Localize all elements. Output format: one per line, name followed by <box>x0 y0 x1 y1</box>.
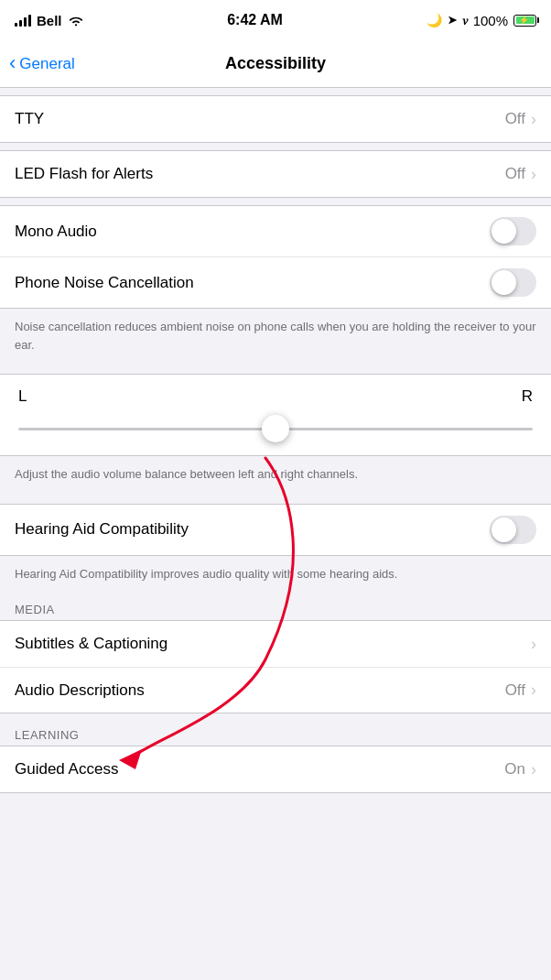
hearing-aid-group: Hearing Aid Compatibility <box>0 504 551 556</box>
slider-container[interactable] <box>18 415 533 442</box>
subtitles-right: › <box>531 635 536 654</box>
battery-percent: 100% <box>473 13 508 28</box>
carrier-label: Bell <box>37 13 62 28</box>
mono-audio-toggle-knob <box>492 219 516 244</box>
location-icon: ➤ <box>448 14 457 27</box>
led-flash-item[interactable]: LED Flash for Alerts Off › <box>0 151 551 197</box>
subtitles-label: Subtitles & Captioning <box>15 635 167 653</box>
audio-descriptions-value: Off <box>505 681 525 700</box>
media-section-header: MEDIA <box>0 595 551 620</box>
phone-noise-toggle-knob <box>492 270 516 295</box>
hearing-aid-desc: Hearing Aid Compatibility improves audio… <box>0 556 551 596</box>
led-flash-chevron: › <box>531 165 536 184</box>
tty-item[interactable]: TTY Off › <box>0 96 551 142</box>
guided-access-right: On › <box>504 760 536 779</box>
nav-bar: ‹ General Accessibility <box>0 40 551 88</box>
tty-chevron: › <box>531 110 536 129</box>
moon-icon: 🌙 <box>427 13 442 27</box>
media-group: Subtitles & Captioning › Audio Descripti… <box>0 620 551 713</box>
guided-access-item[interactable]: Guided Access On › <box>0 746 551 792</box>
slider-labels: L R <box>18 387 533 406</box>
back-label: General <box>19 55 74 73</box>
phone-noise-toggle[interactable] <box>490 268 536 297</box>
slider-left-label: L <box>18 387 27 406</box>
slider-thumb[interactable] <box>262 415 289 442</box>
audio-descriptions-label: Audio Descriptions <box>15 681 145 700</box>
main-content: Bell 6:42 AM 🌙 ➤ 𝑣 100% ⚡ <box>0 0 551 793</box>
back-button[interactable]: ‹ General <box>9 54 75 73</box>
hearing-aid-toggle-knob <box>492 517 516 542</box>
page-title: Accessibility <box>225 54 326 73</box>
learning-section-header: LEARNING <box>0 721 551 746</box>
guided-access-chevron: › <box>531 760 536 779</box>
slider-section: L R <box>0 374 551 456</box>
tty-group: TTY Off › <box>0 95 551 143</box>
spacer-6 <box>0 713 551 721</box>
battery-icon: ⚡ <box>513 15 536 27</box>
audio-group: Mono Audio Phone Noise Cancellation <box>0 205 551 309</box>
bluetooth-icon: 𝑣 <box>462 13 468 28</box>
tty-value: Off <box>505 110 525 128</box>
audio-descriptions-right: Off › <box>505 681 536 700</box>
slider-desc: Adjust the audio volume balance between … <box>0 456 551 496</box>
led-flash-right: Off › <box>505 165 536 184</box>
mono-audio-toggle[interactable] <box>490 217 536 245</box>
spacer-2 <box>0 143 551 150</box>
slider-right-label: R <box>522 387 533 406</box>
subtitles-chevron: › <box>531 635 536 654</box>
status-bar-right: 🌙 ➤ 𝑣 100% ⚡ <box>427 13 536 28</box>
signal-bars <box>15 15 31 27</box>
spacer-3 <box>0 198 551 205</box>
learning-group: Guided Access On › <box>0 746 551 793</box>
guided-access-label: Guided Access <box>15 760 118 779</box>
subtitles-item[interactable]: Subtitles & Captioning › <box>0 621 551 667</box>
mono-audio-item[interactable]: Mono Audio <box>0 206 551 256</box>
led-flash-value: Off <box>505 165 525 183</box>
noise-cancellation-desc: Noise cancellation reduces ambient noise… <box>0 309 551 366</box>
tty-right: Off › <box>505 110 536 129</box>
guided-access-value: On <box>504 760 525 779</box>
status-bar: Bell 6:42 AM 🌙 ➤ 𝑣 100% ⚡ <box>0 0 551 40</box>
hearing-aid-label: Hearing Aid Compatibility <box>15 520 189 539</box>
spacer-5 <box>0 496 551 504</box>
phone-noise-item[interactable]: Phone Noise Cancellation <box>0 256 551 308</box>
phone-noise-label: Phone Noise Cancellation <box>15 274 194 292</box>
hearing-aid-toggle[interactable] <box>490 516 536 544</box>
audio-descriptions-chevron: › <box>531 681 536 700</box>
tty-label: TTY <box>15 110 44 128</box>
led-flash-group: LED Flash for Alerts Off › <box>0 150 551 198</box>
status-bar-time: 6:42 AM <box>227 12 283 28</box>
status-bar-left: Bell <box>15 13 84 28</box>
led-flash-label: LED Flash for Alerts <box>15 165 153 183</box>
audio-descriptions-item[interactable]: Audio Descriptions Off › <box>0 667 551 713</box>
spacer-4 <box>0 366 551 374</box>
wifi-icon <box>68 14 84 27</box>
hearing-aid-item[interactable]: Hearing Aid Compatibility <box>0 505 551 555</box>
mono-audio-label: Mono Audio <box>15 223 97 241</box>
spacer-1 <box>0 88 551 95</box>
back-chevron-icon: ‹ <box>9 53 16 73</box>
